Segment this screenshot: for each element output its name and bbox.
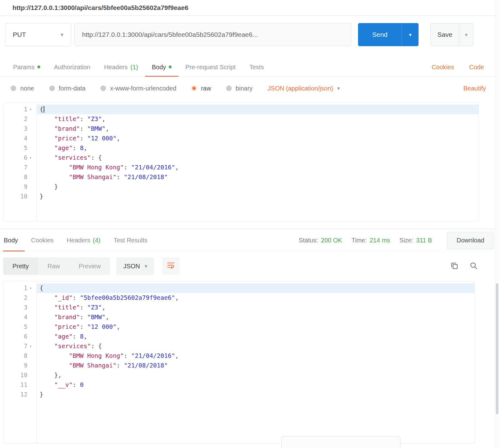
- search-button[interactable]: [468, 261, 479, 272]
- url-input[interactable]: http://127.0.0.1:3000/api/cars/5bfee00a5…: [74, 23, 351, 46]
- url-text: http://127.0.0.1:3000/api/cars/5bfee00a5…: [82, 31, 258, 38]
- body-type-raw[interactable]: raw: [191, 85, 211, 92]
- code-line: 1▾{: [3, 105, 479, 114]
- wrap-text-button[interactable]: [162, 257, 180, 275]
- green-dot-icon: [37, 66, 40, 68]
- request-tabs-links: Cookies Code: [432, 58, 493, 76]
- editor-gutter: 2: [3, 114, 36, 124]
- tab-label: Authorization: [54, 64, 90, 71]
- line-number: 9: [3, 361, 28, 370]
- tab-label: Test Results: [114, 237, 148, 244]
- save-options-button[interactable]: ▾: [459, 23, 473, 46]
- editor-gutter: 4: [3, 134, 36, 143]
- editor-gutter: 12: [3, 390, 36, 399]
- code-line: 4 "brand": "BMW",: [3, 312, 474, 322]
- editor-gutter: 2: [3, 293, 36, 303]
- save-button[interactable]: Save: [430, 23, 459, 46]
- tab-headers[interactable]: Headers (1): [97, 58, 145, 76]
- view-raw[interactable]: Raw: [38, 257, 69, 275]
- tab-tests[interactable]: Tests: [242, 58, 271, 76]
- fold-toggle-icon[interactable]: ▾: [28, 105, 36, 114]
- response-format-select[interactable]: JSON ▾: [116, 257, 154, 275]
- resp-tab-test-results[interactable]: Test Results: [107, 229, 154, 251]
- save-button-group: Save ▾: [430, 23, 473, 46]
- tab-authorization[interactable]: Authorization: [47, 58, 97, 76]
- scrollbar-thumb[interactable]: [496, 283, 498, 414]
- chevron-down-icon: ▾: [61, 32, 63, 38]
- tab-body[interactable]: Body: [145, 58, 179, 76]
- method-label: PUT: [13, 31, 26, 38]
- tab-params[interactable]: Params: [6, 58, 47, 76]
- body-type-none[interactable]: none: [11, 85, 34, 92]
- code-line: 3 "title": "Z3",: [3, 303, 474, 312]
- vertical-scrollbar[interactable]: [495, 0, 499, 448]
- tab-label: Params: [13, 64, 35, 71]
- code-line: 12}: [3, 390, 474, 399]
- code-line: 10 },: [3, 370, 474, 380]
- code-line: 9 "BMW Shangai": "21/08/2018": [3, 361, 474, 370]
- line-number: 4: [3, 134, 28, 143]
- code-text: "_id": "5bfee00a5b25602a79f9eae6",: [36, 293, 474, 303]
- body-type-form-data[interactable]: form-data: [49, 85, 86, 92]
- view-pretty[interactable]: Pretty: [3, 257, 38, 275]
- tab-label: Headers: [104, 64, 128, 71]
- resp-tab-headers[interactable]: Headers (4): [60, 229, 107, 251]
- fold-toggle-icon[interactable]: ▾: [28, 153, 36, 163]
- chevron-down-icon: ▾: [337, 85, 340, 92]
- radio-selected-icon: [191, 85, 197, 91]
- code-text: }: [36, 390, 474, 399]
- editor-gutter: 7: [3, 163, 36, 172]
- beautify-link[interactable]: Beautify: [463, 85, 486, 92]
- view-preview[interactable]: Preview: [69, 257, 110, 275]
- response-toolbar: Pretty Raw Preview JSON ▾: [0, 252, 499, 277]
- code-text: },: [36, 370, 474, 380]
- line-number: 11: [3, 380, 28, 390]
- radio-label: none: [20, 85, 34, 92]
- code-text: "brand": "BMW",: [36, 312, 474, 322]
- bottom-overlay: [281, 436, 400, 448]
- editor-gutter: 6: [3, 332, 36, 341]
- content-type-select[interactable]: JSON (application/json) ▾: [268, 85, 340, 92]
- code-text: "title": "Z3",: [36, 303, 474, 312]
- code-text: }: [36, 192, 479, 201]
- editor-gutter: 8: [3, 351, 36, 361]
- tab-count: (4): [93, 237, 100, 244]
- code-line: 6▾ "services": {: [3, 153, 479, 163]
- cookies-link[interactable]: Cookies: [432, 64, 454, 71]
- request-body-editor[interactable]: 1▾{2 "title": "Z3",3 "brand": "BMW",4 "p…: [3, 102, 479, 222]
- code-line: 8 "BMW Hong Kong": "21/04/2016",: [3, 351, 474, 361]
- line-number: 5: [3, 143, 28, 153]
- request-url-bar: PUT ▾ http://127.0.0.1:3000/api/cars/5bf…: [0, 16, 499, 53]
- line-number: 2: [3, 114, 28, 124]
- radio-label: binary: [236, 85, 253, 92]
- send-options-button[interactable]: ▾: [402, 23, 419, 46]
- line-number: 4: [3, 312, 28, 322]
- code-text: "services": {: [36, 341, 474, 351]
- request-tab-header: http://127.0.0.1:3000/api/cars/5bfee00a5…: [0, 0, 499, 16]
- body-type-urlencoded[interactable]: x-www-form-urlencoded: [100, 85, 176, 92]
- size-label: Size:: [400, 237, 413, 244]
- resp-tab-body[interactable]: Body: [3, 229, 25, 251]
- time-value: 214 ms: [370, 237, 390, 244]
- code-line: 2 "_id": "5bfee00a5b25602a79f9eae6",: [3, 293, 474, 303]
- send-button[interactable]: Send: [358, 23, 402, 46]
- tab-count: (1): [130, 64, 138, 71]
- chevron-down-icon: ▾: [145, 263, 148, 270]
- code-link[interactable]: Code: [469, 64, 484, 71]
- response-meta: Status: 200 OK Time: 214 ms Size: 311 B: [299, 237, 441, 244]
- line-number: 8: [3, 172, 28, 182]
- code-text: "BMW Shangai": "21/08/2018": [36, 172, 479, 182]
- radio-label: form-data: [59, 85, 86, 92]
- fold-toggle-icon[interactable]: ▾: [28, 283, 36, 293]
- download-button[interactable]: Download: [447, 232, 494, 249]
- response-section: Body Cookies Headers (4) Test Results St…: [0, 229, 499, 443]
- method-select[interactable]: PUT ▾: [5, 23, 71, 46]
- code-line: 6 "age": 8,: [3, 332, 474, 341]
- code-text: {: [36, 283, 474, 293]
- copy-button[interactable]: [448, 261, 460, 272]
- fold-toggle-icon[interactable]: ▾: [28, 341, 36, 351]
- resp-tab-cookies[interactable]: Cookies: [25, 229, 60, 251]
- tab-pre-request-script[interactable]: Pre-request Script: [178, 58, 242, 76]
- tab-label: Pre-request Script: [185, 64, 235, 71]
- body-type-binary[interactable]: binary: [226, 85, 253, 92]
